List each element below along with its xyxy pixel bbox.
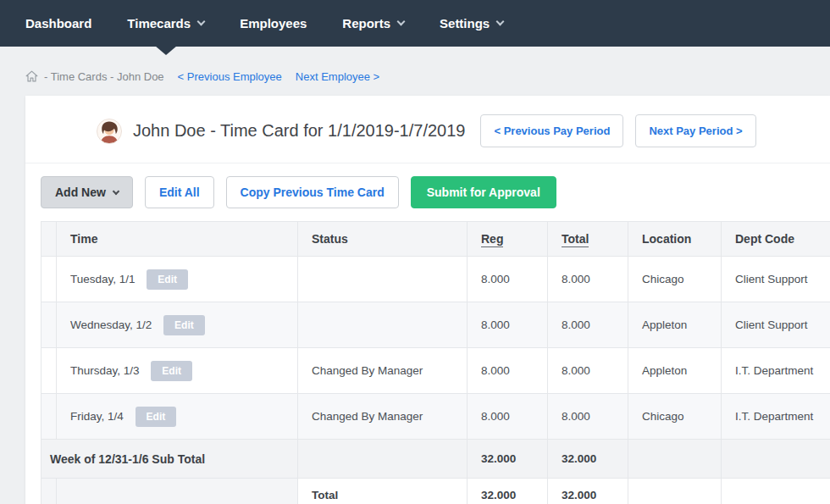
total-subtotal-cell: 32.000 bbox=[548, 440, 628, 479]
top-nav: Dashboard Timecards Employees Reports Se… bbox=[0, 0, 830, 47]
nav-item-label: Settings bbox=[440, 16, 490, 30]
time-cell: Thursday, 1/3 Edit bbox=[57, 348, 298, 394]
timecard-table: Time Status Reg Total Location Dept Code… bbox=[41, 221, 830, 504]
nav-item-label: Employees bbox=[240, 16, 307, 30]
location-cell: Chicago bbox=[628, 394, 722, 440]
gutter-cell bbox=[42, 394, 57, 440]
user-avatar bbox=[97, 119, 122, 144]
subtotal-row: Week of 12/31-1/6 Sub Total 32.000 32.00… bbox=[42, 440, 830, 479]
column-header-dept-code: Dept Code bbox=[722, 222, 830, 257]
copy-previous-time-card-button[interactable]: Copy Previous Time Card bbox=[226, 176, 399, 208]
total-cell: 8.000 bbox=[548, 302, 628, 348]
gutter-cell bbox=[42, 348, 57, 394]
chevron-down-icon bbox=[113, 187, 119, 194]
day-label: Thursday, 1/3 bbox=[70, 364, 140, 377]
previous-pay-period-button[interactable]: < Previous Pay Period bbox=[480, 114, 623, 147]
table-row: Wednesday, 1/2 Edit 8.000 8.000 Appleton… bbox=[42, 302, 830, 348]
location-cell: Appleton bbox=[628, 302, 722, 348]
total-grand-total-cell: 32.000 bbox=[548, 479, 628, 504]
column-header-status: Status bbox=[298, 222, 468, 257]
total-cell: 8.000 bbox=[548, 348, 628, 394]
column-header-reg[interactable]: Reg bbox=[468, 222, 548, 257]
chevron-down-icon bbox=[496, 18, 505, 26]
breadcrumb: - Time Cards - John Doe < Previous Emplo… bbox=[25, 69, 830, 84]
dept-code-cell bbox=[722, 440, 830, 479]
chevron-down-icon bbox=[197, 18, 206, 26]
reg-cell: 8.000 bbox=[468, 302, 548, 348]
edit-button[interactable]: Edit bbox=[151, 361, 192, 381]
next-employee-link[interactable]: Next Employee > bbox=[296, 70, 379, 83]
total-cell: 8.000 bbox=[548, 257, 628, 302]
status-cell bbox=[298, 257, 468, 302]
nav-item-timecards[interactable]: Timecards bbox=[127, 16, 204, 30]
table-row: Tuesday, 1/1 Edit 8.000 8.000 Chicago Cl… bbox=[42, 257, 830, 302]
table-row: Friday, 1/4 Edit Changed By Manager 8.00… bbox=[42, 394, 830, 440]
subtotal-label: Week of 12/31-1/6 Sub Total bbox=[42, 440, 298, 479]
time-cell: Wednesday, 1/2 Edit bbox=[57, 302, 298, 348]
home-icon[interactable] bbox=[25, 70, 38, 82]
reg-subtotal-cell: 32.000 bbox=[468, 440, 548, 479]
edit-button[interactable]: Edit bbox=[163, 315, 205, 335]
day-label: Friday, 1/4 bbox=[70, 410, 124, 423]
grand-total-label: Total bbox=[298, 479, 468, 504]
time-cell: Tuesday, 1/1 Edit bbox=[57, 257, 298, 302]
nav-item-label: Dashboard bbox=[25, 16, 91, 30]
gutter-header-cell bbox=[42, 222, 57, 257]
nav-item-employees[interactable]: Employees bbox=[240, 16, 307, 30]
edit-button[interactable]: Edit bbox=[136, 407, 177, 427]
toolbar: Add New Edit All Copy Previous Time Card… bbox=[25, 163, 830, 221]
nav-item-label: Reports bbox=[342, 16, 390, 30]
time-cell: Friday, 1/4 Edit bbox=[57, 394, 298, 440]
column-header-time: Time bbox=[57, 222, 298, 257]
nav-item-settings[interactable]: Settings bbox=[440, 16, 503, 30]
edit-all-button[interactable]: Edit All bbox=[145, 176, 214, 208]
reg-cell: 8.000 bbox=[468, 348, 548, 394]
status-cell: Changed By Manager bbox=[298, 394, 468, 440]
location-cell: Chicago bbox=[628, 257, 722, 302]
timecard-panel: John Doe - Time Card for 1/1/2019-1/7/20… bbox=[25, 96, 830, 504]
dept-code-cell bbox=[722, 479, 830, 504]
gutter-cell bbox=[42, 302, 57, 348]
column-header-total[interactable]: Total bbox=[548, 222, 628, 257]
grand-total-row: Total 32.000 32.000 bbox=[42, 479, 830, 504]
table-header-row: Time Status Reg Total Location Dept Code bbox=[42, 222, 830, 257]
next-pay-period-button[interactable]: Next Pay Period > bbox=[635, 114, 755, 147]
add-new-label: Add New bbox=[55, 186, 106, 199]
nav-item-reports[interactable]: Reports bbox=[342, 16, 404, 30]
column-header-location: Location bbox=[628, 222, 722, 257]
active-tab-notch bbox=[155, 46, 177, 55]
breadcrumb-text: - Time Cards - John Doe bbox=[44, 70, 164, 83]
gutter-cell bbox=[42, 479, 57, 504]
status-cell bbox=[298, 440, 468, 479]
chevron-down-icon bbox=[397, 18, 406, 26]
dept-code-cell: I.T. Department bbox=[722, 394, 830, 440]
dept-code-cell: I.T. Department bbox=[722, 348, 830, 394]
day-label: Tuesday, 1/1 bbox=[70, 273, 136, 285]
status-cell: Changed By Manager bbox=[298, 348, 468, 394]
dept-code-cell: Client Support bbox=[722, 257, 830, 302]
day-label: Wednesday, 1/2 bbox=[70, 318, 152, 331]
location-cell bbox=[628, 440, 722, 479]
total-cell: 8.000 bbox=[548, 394, 628, 440]
table-row: Thursday, 1/3 Edit Changed By Manager 8.… bbox=[42, 348, 830, 394]
submit-for-approval-button[interactable]: Submit for Approval bbox=[411, 176, 556, 208]
nav-item-dashboard[interactable]: Dashboard bbox=[25, 16, 91, 30]
add-new-button[interactable]: Add New bbox=[41, 176, 133, 208]
time-cell bbox=[57, 479, 298, 504]
gutter-cell bbox=[42, 257, 57, 302]
reg-grand-total-cell: 32.000 bbox=[468, 479, 548, 504]
location-cell: Appleton bbox=[628, 348, 722, 394]
page-title: John Doe - Time Card for 1/1/2019-1/7/20… bbox=[133, 121, 465, 141]
reg-cell: 8.000 bbox=[468, 257, 548, 302]
dept-code-cell: Client Support bbox=[722, 302, 830, 348]
previous-employee-link[interactable]: < Previous Employee bbox=[178, 70, 282, 83]
location-cell bbox=[628, 479, 722, 504]
nav-item-label: Timecards bbox=[127, 16, 191, 30]
edit-button[interactable]: Edit bbox=[147, 269, 188, 290]
reg-cell: 8.000 bbox=[468, 394, 548, 440]
status-cell bbox=[298, 302, 468, 348]
timecard-header: John Doe - Time Card for 1/1/2019-1/7/20… bbox=[25, 96, 830, 163]
